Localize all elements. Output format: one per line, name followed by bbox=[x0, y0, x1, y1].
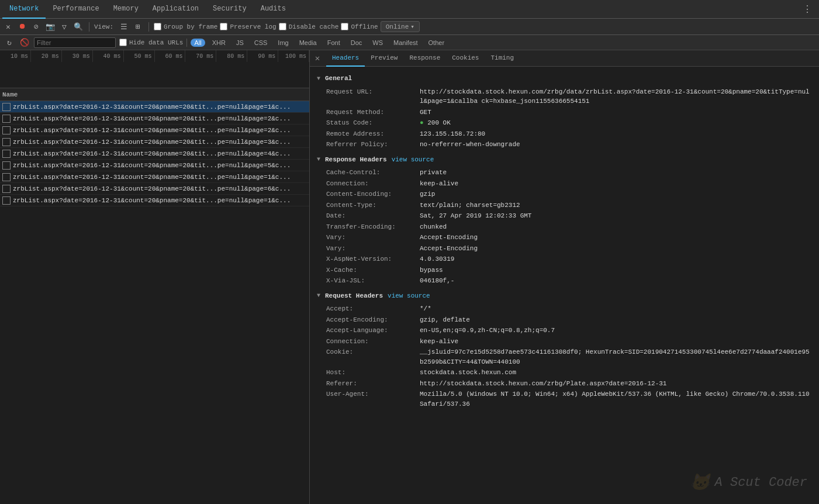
request-item-8[interactable]: zrbList.aspx?date=2016-12-31&count=20&pn… bbox=[0, 195, 309, 206]
request-headers-view-source[interactable]: view source bbox=[388, 291, 430, 302]
user-agent-value: Mozilla/5.0 (Windows NT 10.0; Win64; x64… bbox=[420, 389, 812, 409]
accept-encoding-key: Accept-Encoding: bbox=[326, 315, 420, 325]
left-panel: 10 ms 20 ms 30 ms 40 ms 50 ms 60 ms 70 m… bbox=[0, 50, 310, 504]
timeline-panel: 10 ms 20 ms 30 ms 40 ms 50 ms 60 ms 70 m… bbox=[0, 50, 309, 88]
request-headers-toggle[interactable]: ▼ bbox=[317, 291, 320, 301]
disable-cache-label[interactable]: Disable cache bbox=[279, 23, 339, 30]
online-dropdown[interactable]: Online ▾ bbox=[381, 21, 420, 32]
disable-cache-checkbox[interactable] bbox=[279, 23, 286, 30]
tab-performance[interactable]: Performance bbox=[46, 0, 106, 19]
filter-chip-font[interactable]: Font bbox=[324, 39, 344, 47]
request-icon-4 bbox=[2, 150, 11, 158]
filter-chip-img[interactable]: Img bbox=[274, 39, 292, 47]
cookie-key: Cookie: bbox=[326, 347, 420, 367]
tab-application[interactable]: Application bbox=[146, 0, 206, 19]
filter-button[interactable]: ▽ bbox=[58, 21, 70, 33]
offline-label[interactable]: Offline bbox=[341, 23, 378, 30]
toolbar-separator-2 bbox=[148, 22, 149, 32]
timeline-mark-80: 80 ms bbox=[216, 50, 247, 62]
request-method-key: Request Method: bbox=[326, 108, 420, 118]
detail-tab-timing[interactable]: Timing bbox=[485, 50, 520, 67]
request-headers-section-header: ▼ Request Headers view source bbox=[317, 291, 812, 302]
content-type-row: Content-Type: text/plain; charset=gb2312 bbox=[317, 200, 812, 211]
filter-chip-css[interactable]: CSS bbox=[251, 39, 271, 47]
filter-chip-other[interactable]: Other bbox=[425, 39, 448, 47]
x-via-jsl-value: 046180f,- bbox=[420, 276, 454, 286]
vary-key-2: Vary: bbox=[326, 244, 420, 254]
request-icon-7 bbox=[2, 185, 11, 193]
preserve-log-label[interactable]: Preserve log bbox=[220, 23, 276, 30]
accept-language-value: en-US,en;q=0.9,zh-CN;q=0.8,zh;q=0.7 bbox=[420, 326, 555, 336]
cookie-row: Cookie: __jsluid=97c7e15d5258d7aee573c41… bbox=[317, 347, 812, 367]
detail-tab-preview[interactable]: Preview bbox=[365, 50, 403, 67]
screenshot-button[interactable]: 📷 bbox=[44, 21, 56, 33]
refresh-button[interactable]: ↻ bbox=[4, 37, 15, 49]
detail-tab-headers[interactable]: Headers bbox=[326, 50, 365, 67]
main-tab-bar: Network Performance Memory Application S… bbox=[0, 0, 819, 19]
request-item-5[interactable]: zrbList.aspx?date=2016-12-31&count=20&pn… bbox=[0, 160, 309, 171]
referer-row: Referer: http://stockdata.stock.hexun.co… bbox=[317, 378, 812, 389]
request-item-6[interactable]: zrbList.aspx?date=2016-12-31&count=20&pn… bbox=[0, 171, 309, 183]
main-layout: 10 ms 20 ms 30 ms 40 ms 50 ms 60 ms 70 m… bbox=[0, 50, 819, 504]
request-name-4: zrbList.aspx?date=2016-12-31&count=20&pn… bbox=[13, 150, 291, 157]
search-button[interactable]: 🔍 bbox=[72, 21, 84, 33]
connection-value: keep-alive bbox=[420, 179, 458, 189]
tab-security[interactable]: Security bbox=[206, 0, 254, 19]
record-button[interactable]: ⏺ bbox=[16, 21, 28, 33]
hide-data-urls-label[interactable]: Hide data URLs bbox=[119, 39, 183, 46]
filter-chip-xhr[interactable]: XHR bbox=[209, 39, 229, 47]
host-row: Host: stockdata.stock.hexun.com bbox=[317, 367, 812, 378]
content-type-key: Content-Type: bbox=[326, 201, 420, 210]
filter-chip-ws[interactable]: WS bbox=[369, 39, 386, 47]
stop-button[interactable]: ⊘ bbox=[30, 21, 42, 33]
close-detail-button[interactable]: ✕ bbox=[312, 53, 323, 64]
requests-list[interactable]: zrbList.aspx?date=2016-12-31&count=20&pn… bbox=[0, 101, 309, 504]
response-headers-toggle[interactable]: ▼ bbox=[317, 155, 320, 164]
request-icon-8 bbox=[2, 196, 11, 205]
filter-chip-manifest[interactable]: Manifest bbox=[390, 39, 421, 47]
view-detail-button[interactable]: ⊞ bbox=[132, 21, 144, 33]
request-item-4[interactable]: zrbList.aspx?date=2016-12-31&count=20&pn… bbox=[0, 148, 309, 160]
tab-network[interactable]: Network bbox=[2, 0, 46, 19]
request-icon-5 bbox=[2, 161, 11, 170]
group-by-frame-label[interactable]: Group by frame bbox=[154, 23, 217, 30]
close-devtools-button[interactable]: ✕ bbox=[2, 21, 14, 33]
request-name-7: zrbList.aspx?date=2016-12-31&count=20&pn… bbox=[13, 185, 291, 192]
filter-chip-all[interactable]: All bbox=[191, 39, 205, 47]
request-item-1[interactable]: zrbList.aspx?date=2016-12-31&count=20&pn… bbox=[0, 113, 309, 125]
x-via-jsl-row: X-Via-JSL: 046180f,- bbox=[317, 275, 812, 286]
request-item-0[interactable]: zrbList.aspx?date=2016-12-31&count=20&pn… bbox=[0, 101, 309, 113]
x-cache-value: bypass bbox=[420, 265, 443, 275]
toolbar-separator-1 bbox=[89, 22, 89, 32]
tab-audits[interactable]: Audits bbox=[254, 0, 293, 19]
date-row: Date: Sat, 27 Apr 2019 12:02:33 GMT bbox=[317, 210, 812, 222]
accept-row: Accept: */* bbox=[317, 303, 812, 315]
request-item-3[interactable]: zrbList.aspx?date=2016-12-31&count=20&pn… bbox=[0, 136, 309, 148]
clear-button[interactable]: 🚫 bbox=[19, 37, 30, 49]
date-value: Sat, 27 Apr 2019 12:02:33 GMT bbox=[420, 211, 531, 221]
request-item-2[interactable]: zrbList.aspx?date=2016-12-31&count=20&pn… bbox=[0, 125, 309, 136]
filter-chip-media[interactable]: Media bbox=[296, 39, 320, 47]
detail-tab-response[interactable]: Response bbox=[403, 50, 446, 67]
detail-tab-cookies[interactable]: Cookies bbox=[446, 50, 485, 67]
tab-memory[interactable]: Memory bbox=[106, 0, 146, 19]
filter-chip-js[interactable]: JS bbox=[233, 39, 247, 47]
name-column-header: Name bbox=[2, 91, 18, 98]
accept-language-key: Accept-Language: bbox=[326, 326, 420, 336]
response-headers-view-source[interactable]: view source bbox=[392, 155, 434, 165]
timeline-mark-90: 90 ms bbox=[247, 50, 278, 62]
devtools-menu-button[interactable]: ⋮ bbox=[798, 4, 817, 15]
filter-chip-doc[interactable]: Doc bbox=[347, 39, 366, 47]
transfer-encoding-row: Transfer-Encoding: chunked bbox=[317, 222, 812, 233]
detail-tab-bar: ✕ Headers Preview Response Cookies Timin… bbox=[310, 50, 819, 67]
transfer-encoding-value: chunked bbox=[420, 222, 447, 232]
hide-data-urls-checkbox[interactable] bbox=[119, 39, 127, 46]
request-item-7[interactable]: zrbList.aspx?date=2016-12-31&count=20&pn… bbox=[0, 183, 309, 195]
group-by-frame-checkbox[interactable] bbox=[154, 23, 161, 30]
timeline-mark-50: 50 ms bbox=[124, 50, 155, 62]
general-toggle[interactable]: ▼ bbox=[317, 74, 320, 84]
filter-input[interactable] bbox=[34, 37, 116, 48]
preserve-log-checkbox[interactable] bbox=[220, 23, 227, 30]
view-list-button[interactable]: ☰ bbox=[118, 21, 130, 33]
offline-checkbox[interactable] bbox=[341, 23, 348, 30]
